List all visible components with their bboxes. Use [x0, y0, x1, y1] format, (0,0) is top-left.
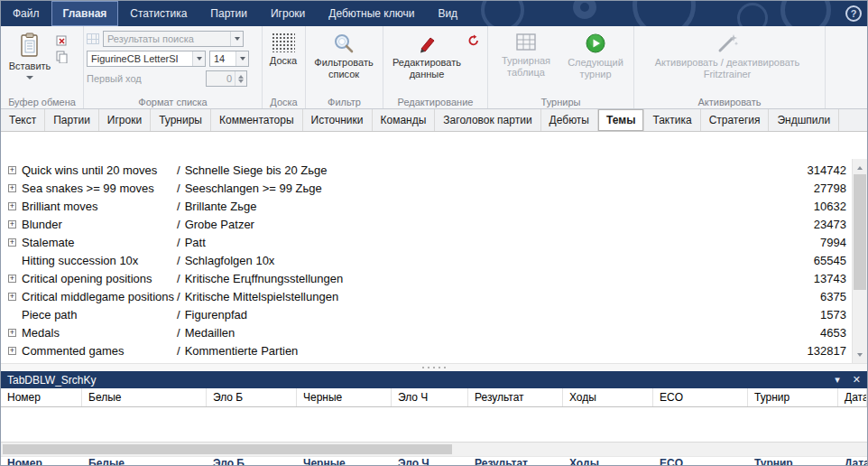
- filter-list-button[interactable]: Фильтровать список: [309, 29, 379, 80]
- column-header-7[interactable]: ECO: [653, 388, 748, 406]
- bottom-panel-title: TabDBLW_SrchKy: [7, 374, 96, 387]
- vertical-scrollbar-thumb[interactable]: [854, 174, 866, 290]
- font-name-combobox[interactable]: FigurineCB LetterSI: [87, 51, 206, 67]
- column-header-2[interactable]: Эло Б: [207, 388, 297, 406]
- first-move-label: Первый ход: [87, 73, 202, 84]
- theme-name-de: Kritische Erцffnungsstellungen: [185, 272, 344, 285]
- edit-data-button[interactable]: Редактировать данные: [386, 29, 467, 96]
- list-format-icon: [87, 33, 99, 44]
- theme-row-2[interactable]: +Brilliant moves/Brillante Zьge10632: [1, 197, 852, 215]
- theme-separator: /: [177, 163, 185, 177]
- theme-row-0[interactable]: +Quick wins until 20 moves/Schnelle Sieg…: [1, 161, 852, 179]
- column-header-3[interactable]: Черные: [297, 388, 392, 406]
- column-header-1[interactable]: Белые: [82, 388, 207, 406]
- expand-plus-icon[interactable]: +: [8, 329, 16, 337]
- clipped-header-0: Номер: [1, 457, 82, 465]
- help-icon[interactable]: ?: [845, 5, 862, 22]
- first-move-spinner-arrows: [235, 71, 246, 86]
- column-header-4[interactable]: Эло Ч: [392, 388, 468, 406]
- vertical-scrollbar[interactable]: [852, 159, 867, 363]
- theme-count: 4653: [776, 326, 852, 340]
- paste-dropdown-caret[interactable]: [26, 76, 33, 83]
- theme-name-de: Figurenpfad: [185, 308, 247, 322]
- tab-11[interactable]: Стратегия: [701, 109, 770, 131]
- theme-row-8[interactable]: +Piece path/Figurenpfad1573: [1, 305, 852, 323]
- column-header-9[interactable]: Дата: [838, 388, 867, 406]
- tab-10[interactable]: Тактика: [644, 109, 700, 131]
- clipped-header-4: Эло Ч: [392, 457, 468, 465]
- theme-row-4[interactable]: +Stalemate/Patt7994: [1, 233, 852, 251]
- tab-9[interactable]: Темы: [598, 109, 644, 131]
- menu-item-6[interactable]: Вид: [426, 1, 469, 26]
- column-header-8[interactable]: Турнир: [748, 388, 838, 406]
- scroll-up-icon[interactable]: [853, 159, 867, 173]
- expand-plus-icon[interactable]: +: [8, 238, 16, 247]
- horizontal-scrollbar[interactable]: [1, 442, 867, 456]
- tab-7[interactable]: Заголовок партии: [435, 109, 540, 131]
- tab-3[interactable]: Турниры: [151, 109, 211, 131]
- expand-plus-icon[interactable]: +: [8, 347, 16, 355]
- scroll-down-icon[interactable]: [853, 349, 867, 363]
- menu-item-4[interactable]: Игроки: [259, 1, 317, 26]
- activate-fritztrainer-label: Активировать / деактивировать Fritztrain…: [637, 57, 817, 80]
- games-table-body[interactable]: [1, 407, 867, 442]
- column-header-6[interactable]: Ходы: [563, 388, 653, 406]
- font-size-combobox[interactable]: 14: [209, 51, 249, 67]
- theme-separator: /: [177, 236, 185, 249]
- font-name-caret-icon[interactable]: [192, 51, 205, 66]
- format-group-label: Формат списка: [84, 97, 262, 107]
- clipped-header-7: ECO: [653, 457, 748, 465]
- expand-plus-icon[interactable]: +: [8, 202, 16, 210]
- expand-plus-icon[interactable]: +: [8, 293, 16, 301]
- next-tournament-button[interactable]: Следующий турнир: [561, 29, 630, 96]
- expand-plus-icon[interactable]: +: [8, 275, 16, 283]
- expand-plus-icon[interactable]: +: [8, 220, 16, 228]
- theme-row-6[interactable]: +Critical opening positions/Kritische Er…: [1, 269, 852, 287]
- tab-5[interactable]: Источники: [303, 109, 373, 131]
- column-header-5[interactable]: Результат: [468, 388, 563, 406]
- theme-row-9[interactable]: +Medals/Medaillen4653: [1, 323, 852, 341]
- expand-plus-icon[interactable]: +: [8, 184, 16, 192]
- bottom-panel-header[interactable]: TabDBLW_SrchKy ▾ ✕: [1, 371, 867, 388]
- tab-12[interactable]: Эндшпили: [769, 109, 839, 131]
- tab-8[interactable]: Дебюты: [541, 109, 598, 131]
- panel-close-icon[interactable]: ✕: [853, 374, 861, 386]
- font-size-caret-icon[interactable]: [235, 51, 248, 66]
- theme-name-en: Stalemate: [22, 236, 177, 249]
- theme-count: 10632: [776, 200, 852, 213]
- view-tabstrip: ТекстПартииИгрокиТурнирыКомментаторыИсто…: [1, 109, 867, 132]
- tab-4[interactable]: Комментаторы: [211, 109, 303, 131]
- panel-collapse-icon[interactable]: ▾: [835, 374, 840, 386]
- theme-row-7[interactable]: +Critical middlegame positions/Kritische…: [1, 287, 852, 305]
- menu-item-0[interactable]: Файл: [1, 1, 51, 26]
- board-button[interactable]: Доска: [265, 29, 301, 67]
- theme-separator: /: [177, 200, 185, 213]
- theme-count: 65545: [776, 254, 852, 267]
- theme-row-1[interactable]: +Sea snakes >= 99 moves/Seeschlangen >= …: [1, 179, 852, 197]
- tab-1[interactable]: Партии: [45, 109, 99, 131]
- panel-splitter[interactable]: [1, 363, 867, 371]
- replace-icon[interactable]: [467, 34, 480, 47]
- theme-name-de: Brillante Zьge: [185, 200, 257, 213]
- theme-row-3[interactable]: +Blunder/Grobe Patzer23473: [1, 215, 852, 233]
- tab-6[interactable]: Команды: [373, 109, 436, 131]
- menu-item-3[interactable]: Партии: [199, 1, 259, 26]
- font-name-value: FigurineCB LetterSI: [91, 53, 190, 64]
- paste-button[interactable]: Вставить: [4, 29, 56, 96]
- theme-row-10[interactable]: +Commented games/Kommentierte Partien132…: [1, 341, 852, 359]
- tab-2[interactable]: Игроки: [99, 109, 151, 131]
- clipped-header-row: НомерБелыеЭло БЧерныеЭло ЧРезультатХодыE…: [1, 457, 867, 465]
- theme-name-de: Schnelle Siege bis 20 Zьge: [185, 163, 328, 177]
- column-header-0[interactable]: Номер: [1, 388, 82, 406]
- tab-0[interactable]: Текст: [1, 109, 45, 131]
- filter-list-label: Фильтровать список: [309, 57, 379, 80]
- menu-item-2[interactable]: Статистика: [118, 1, 199, 26]
- menu-item-5[interactable]: Дебютные ключи: [317, 1, 426, 26]
- copy-icon[interactable]: [56, 51, 69, 63]
- theme-row-5[interactable]: +Hitting succession 10x/Schlagfolgen 10x…: [1, 251, 852, 269]
- expand-plus-icon[interactable]: +: [8, 166, 16, 174]
- theme-count: 6375: [776, 290, 852, 303]
- horizontal-scrollbar-thumb[interactable]: [3, 444, 452, 454]
- menu-item-1[interactable]: Главная: [51, 1, 119, 26]
- cut-icon[interactable]: [56, 34, 69, 47]
